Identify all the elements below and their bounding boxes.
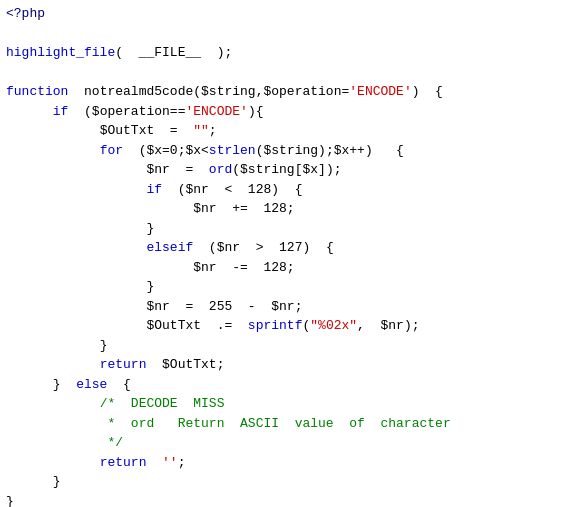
line-24: return ''; [6,453,567,473]
line-15: } [6,277,567,297]
line-10: if ($nr < 128) { [6,180,567,200]
line-20: } else { [6,375,567,395]
line-12: } [6,219,567,239]
line-7: $OutTxt = ""; [6,121,567,141]
line-14: $nr -= 128; [6,258,567,278]
line-25: } [6,472,567,492]
line-8: for ($x=0;$x<strlen($string);$x++) { [6,141,567,161]
line-5: function notrealmd5code($string,$operati… [6,82,567,102]
line-3: highlight_file( __FILE__ ); [6,43,567,63]
line-21: /* DECODE MISS [6,394,567,414]
line-17: $OutTxt .= sprintf("%02x", $nr); [6,316,567,336]
line-1: <?php [6,4,567,24]
line-4 [6,63,567,83]
line-23: */ [6,433,567,453]
line-26: } [6,492,567,508]
line-13: elseif ($nr > 127) { [6,238,567,258]
line-6: if ($operation=='ENCODE'){ [6,102,567,122]
line-9: $nr = ord($string[$x]); [6,160,567,180]
line-2 [6,24,567,44]
line-16: $nr = 255 - $nr; [6,297,567,317]
code-viewer: <?php highlight_file( __FILE__ ); functi… [0,0,573,507]
line-18: } [6,336,567,356]
line-22: * ord Return ASCII value of character [6,414,567,434]
line-19: return $OutTxt; [6,355,567,375]
line-11: $nr += 128; [6,199,567,219]
